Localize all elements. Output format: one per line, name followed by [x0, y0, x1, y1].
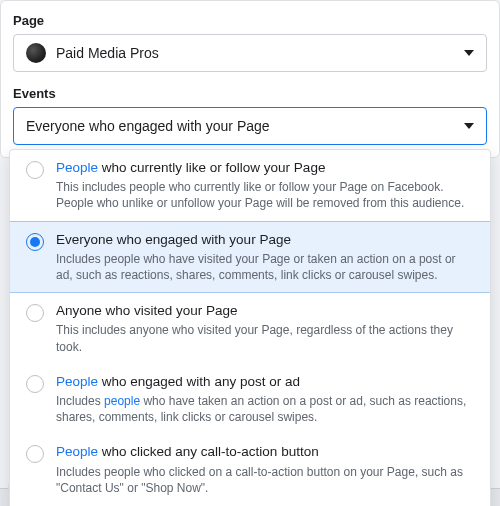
- event-option[interactable]: People who engaged with any post or ad I…: [10, 364, 490, 435]
- event-option[interactable]: People who currently like or follow your…: [10, 150, 490, 221]
- radio-icon: [26, 161, 44, 179]
- events-select-value: Everyone who engaged with your Page: [26, 118, 270, 134]
- option-desc: This includes people who currently like …: [56, 179, 474, 211]
- radio-icon: [26, 304, 44, 322]
- title-rest: who clicked any call-to-action button: [98, 444, 319, 459]
- title-rest: Anyone who visited your Page: [56, 303, 238, 318]
- option-desc: This includes anyone who visited your Pa…: [56, 322, 474, 354]
- title-linkword: People: [56, 374, 98, 389]
- event-option[interactable]: People who clicked any call-to-action bu…: [10, 434, 490, 505]
- event-option-selected[interactable]: Everyone who engaged with your Page Incl…: [10, 221, 490, 294]
- title-rest: Everyone who engaged with your Page: [56, 232, 291, 247]
- events-label: Events: [13, 86, 487, 101]
- page-select[interactable]: Paid Media Pros: [13, 34, 487, 72]
- caret-down-icon: [464, 123, 474, 129]
- events-select[interactable]: Everyone who engaged with your Page: [13, 107, 487, 145]
- title-linkword: People: [56, 160, 98, 175]
- option-desc: Includes people who have visited your Pa…: [56, 251, 474, 283]
- page-label: Page: [13, 13, 487, 28]
- option-desc: Includes people who have taken an action…: [56, 393, 474, 425]
- events-field: Events Everyone who engaged with your Pa…: [13, 86, 487, 145]
- caret-down-icon: [464, 50, 474, 56]
- title-rest: who engaged with any post or ad: [98, 374, 300, 389]
- page-select-value: Paid Media Pros: [56, 45, 159, 61]
- radio-icon: [26, 375, 44, 393]
- radio-checked-icon: [26, 233, 44, 251]
- page-field: Page Paid Media Pros: [13, 13, 487, 72]
- title-rest: who currently like or follow your Page: [98, 160, 325, 175]
- radio-icon: [26, 445, 44, 463]
- audience-form-panel: Page Paid Media Pros Events Everyone who…: [0, 0, 500, 158]
- event-option[interactable]: Anyone who visited your Page This includ…: [10, 293, 490, 364]
- events-dropdown: People who currently like or follow your…: [9, 149, 491, 506]
- title-linkword: People: [56, 444, 98, 459]
- page-avatar-icon: [26, 43, 46, 63]
- option-desc: Includes people who clicked on a call-to…: [56, 464, 474, 496]
